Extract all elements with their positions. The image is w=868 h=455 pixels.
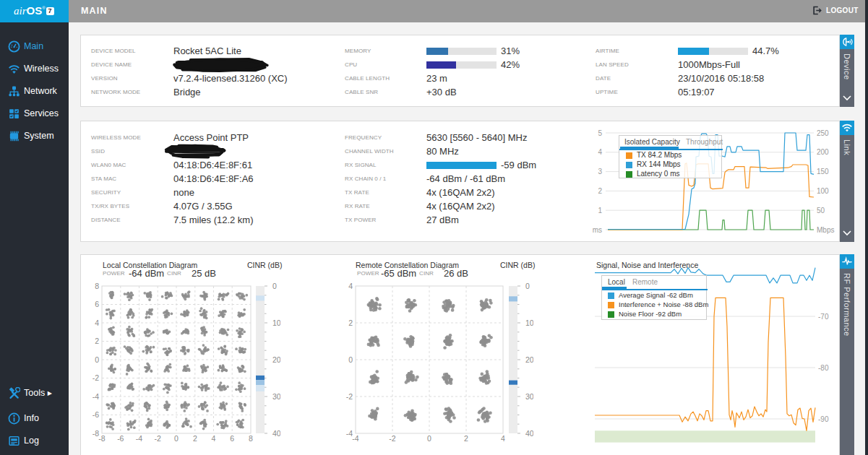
svg-text:200: 200	[817, 148, 829, 156]
svg-text:0: 0	[525, 282, 530, 290]
svg-text:4: 4	[501, 434, 505, 443]
svg-text:100: 100	[817, 187, 829, 195]
svg-text:2: 2	[348, 318, 353, 327]
svg-text:0: 0	[272, 282, 277, 290]
svg-text:20: 20	[525, 355, 533, 364]
svg-text:-4: -4	[93, 392, 99, 401]
svg-text:250: 250	[817, 129, 829, 137]
svg-text:ms: ms	[593, 226, 602, 234]
svg-text:-6: -6	[93, 410, 99, 419]
svg-text:0: 0	[348, 355, 353, 364]
svg-text:-70: -70	[818, 313, 829, 321]
svg-text:0: 0	[174, 434, 179, 443]
svg-text:6: 6	[95, 300, 99, 308]
svg-text:-8: -8	[98, 434, 105, 443]
svg-text:150: 150	[817, 168, 829, 176]
svg-text:8: 8	[249, 434, 253, 443]
svg-text:2: 2	[598, 187, 602, 195]
svg-text:-80: -80	[818, 364, 829, 372]
svg-text:8: 8	[95, 282, 99, 290]
svg-text:-4: -4	[136, 434, 142, 443]
svg-text:-2: -2	[155, 434, 161, 443]
svg-text:Mbps: Mbps	[817, 226, 834, 234]
svg-text:4: 4	[95, 318, 99, 327]
svg-text:4: 4	[598, 148, 602, 156]
svg-text:-4: -4	[352, 434, 358, 443]
svg-text:3: 3	[598, 168, 602, 176]
svg-text:40: 40	[272, 429, 280, 438]
svg-text:-2: -2	[346, 392, 353, 401]
svg-text:30: 30	[272, 392, 280, 401]
svg-text:-6: -6	[117, 434, 124, 443]
svg-text:10: 10	[272, 318, 280, 327]
svg-text:1: 1	[598, 207, 602, 214]
svg-text:20: 20	[272, 355, 280, 364]
svg-text:30: 30	[525, 392, 533, 401]
svg-text:6: 6	[230, 434, 234, 443]
svg-text:0: 0	[95, 355, 99, 364]
svg-text:10: 10	[525, 318, 533, 327]
svg-text:40: 40	[525, 429, 533, 438]
svg-text:-2: -2	[389, 434, 395, 443]
svg-text:0: 0	[427, 434, 431, 443]
svg-text:4: 4	[348, 282, 353, 290]
svg-text:50: 50	[817, 207, 825, 214]
svg-text:-2: -2	[93, 373, 99, 382]
svg-text:2: 2	[464, 434, 468, 443]
svg-text:-90: -90	[818, 415, 829, 423]
svg-text:2: 2	[95, 337, 99, 345]
svg-text:2: 2	[193, 434, 197, 443]
svg-text:4: 4	[212, 434, 216, 443]
svg-text:5: 5	[598, 129, 602, 137]
